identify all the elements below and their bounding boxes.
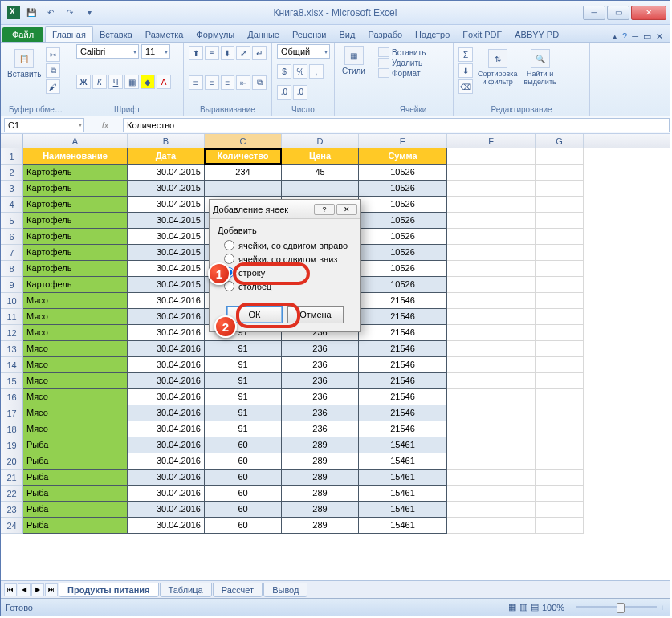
- cell[interactable]: [536, 197, 584, 213]
- format-painter-button[interactable]: 🖌: [46, 79, 60, 94]
- minimize-button[interactable]: ─: [583, 6, 605, 20]
- border-button[interactable]: ▦: [124, 75, 139, 89]
- row-header[interactable]: 18: [1, 421, 23, 437]
- cell[interactable]: [536, 148, 584, 165]
- align-bot-button[interactable]: ⬇: [221, 46, 235, 60]
- tab-developer[interactable]: Разрабо: [361, 27, 409, 42]
- doc-close-icon[interactable]: ✕: [656, 31, 663, 42]
- insert-cells-button[interactable]: Вставить: [378, 47, 448, 57]
- cell[interactable]: Рыба: [23, 437, 128, 453]
- cell[interactable]: 60: [205, 502, 282, 518]
- row-header[interactable]: 23: [1, 502, 23, 518]
- cell[interactable]: [447, 277, 536, 293]
- row-header[interactable]: 3: [1, 181, 23, 197]
- cell[interactable]: [447, 197, 536, 213]
- row-header[interactable]: 9: [1, 277, 23, 293]
- cell[interactable]: 30.04.2015: [128, 165, 205, 181]
- row-header[interactable]: 1: [1, 148, 23, 165]
- sheet-last-button[interactable]: ⏭: [45, 583, 58, 596]
- cell[interactable]: 289: [282, 518, 359, 534]
- font-size-combo[interactable]: 11: [141, 44, 170, 59]
- cell[interactable]: [536, 373, 584, 389]
- col-header-e[interactable]: E: [359, 134, 447, 148]
- zoom-slider[interactable]: [576, 606, 657, 608]
- cell[interactable]: [536, 309, 584, 325]
- cell[interactable]: [536, 181, 584, 197]
- copy-button[interactable]: ⧉: [46, 63, 60, 78]
- cell[interactable]: [447, 309, 536, 325]
- cell[interactable]: Рыба: [23, 486, 128, 502]
- cell[interactable]: [536, 245, 584, 261]
- qat-undo-icon[interactable]: ↶: [43, 5, 59, 21]
- tab-layout[interactable]: Разметка: [139, 27, 190, 42]
- cell[interactable]: Картофель: [23, 181, 128, 197]
- row-header[interactable]: 17: [1, 405, 23, 421]
- name-box[interactable]: C1: [4, 118, 84, 132]
- cell[interactable]: 30.04.2016: [128, 421, 205, 437]
- cell[interactable]: [447, 453, 536, 470]
- cell[interactable]: 21546: [359, 373, 447, 389]
- cell[interactable]: [282, 181, 359, 197]
- cell[interactable]: [536, 341, 584, 357]
- cell[interactable]: [536, 277, 584, 293]
- radio-shift-down[interactable]: ячейки, со сдвигом вниз: [218, 252, 352, 266]
- cell[interactable]: [536, 502, 584, 518]
- radio-entire-row[interactable]: строку: [218, 266, 352, 279]
- dec-decimal-button[interactable]: .0: [293, 85, 307, 100]
- cell[interactable]: [536, 421, 584, 437]
- cell[interactable]: 10526: [359, 245, 447, 261]
- cell[interactable]: Количество: [205, 148, 282, 165]
- cell[interactable]: 45: [282, 165, 359, 181]
- row-header[interactable]: 5: [1, 213, 23, 229]
- cell[interactable]: [447, 518, 536, 534]
- cell[interactable]: 30.04.2015: [128, 213, 205, 229]
- cell[interactable]: [447, 486, 536, 502]
- cell[interactable]: 91: [205, 357, 282, 373]
- cell[interactable]: [447, 341, 536, 357]
- cell[interactable]: 10526: [359, 229, 447, 245]
- cell[interactable]: [447, 181, 536, 197]
- zoom-level[interactable]: 100%: [542, 603, 564, 612]
- col-header-b[interactable]: B: [128, 134, 205, 148]
- font-color-button[interactable]: A: [157, 75, 171, 89]
- bold-button[interactable]: Ж: [76, 75, 91, 89]
- fill-color-button[interactable]: ◆: [141, 75, 155, 89]
- percent-button[interactable]: %: [293, 64, 307, 79]
- cell[interactable]: 30.04.2016: [128, 357, 205, 373]
- cell[interactable]: 15461: [359, 502, 447, 518]
- cell[interactable]: 10526: [359, 165, 447, 181]
- cell[interactable]: 15461: [359, 437, 447, 453]
- autosum-button[interactable]: Σ: [458, 47, 473, 62]
- cell[interactable]: 234: [205, 165, 282, 181]
- cell[interactable]: 289: [282, 486, 359, 502]
- cell[interactable]: 91: [205, 421, 282, 437]
- tab-abbyy[interactable]: ABBYY PD: [508, 27, 565, 42]
- cell[interactable]: 30.04.2016: [128, 502, 205, 518]
- cell[interactable]: Дата: [128, 148, 205, 165]
- cell[interactable]: 30.04.2016: [128, 405, 205, 421]
- qat-save-icon[interactable]: 💾: [23, 5, 39, 21]
- align-center-button[interactable]: ≡: [205, 75, 219, 90]
- cell[interactable]: 91: [205, 389, 282, 405]
- help-icon[interactable]: ?: [622, 31, 627, 42]
- cell[interactable]: 10526: [359, 181, 447, 197]
- cell[interactable]: [447, 502, 536, 518]
- cell[interactable]: [447, 165, 536, 181]
- cell[interactable]: 30.04.2015: [128, 197, 205, 213]
- find-select-button[interactable]: 🔍 Найти и выделить: [522, 47, 557, 87]
- row-header[interactable]: 19: [1, 437, 23, 453]
- cell[interactable]: 10526: [359, 277, 447, 293]
- cell[interactable]: 30.04.2015: [128, 277, 205, 293]
- cell[interactable]: 30.04.2016: [128, 373, 205, 389]
- cell[interactable]: 15461: [359, 470, 447, 486]
- tab-review[interactable]: Рецензи: [286, 27, 333, 42]
- zoom-in-button[interactable]: +: [660, 603, 665, 612]
- cell[interactable]: Картофель: [23, 277, 128, 293]
- currency-button[interactable]: $: [277, 64, 291, 79]
- cell[interactable]: 30.04.2016: [128, 341, 205, 357]
- cell[interactable]: [447, 213, 536, 229]
- cell[interactable]: 236: [282, 405, 359, 421]
- row-header[interactable]: 16: [1, 389, 23, 405]
- cell[interactable]: [447, 229, 536, 245]
- cell[interactable]: 30.04.2016: [128, 486, 205, 502]
